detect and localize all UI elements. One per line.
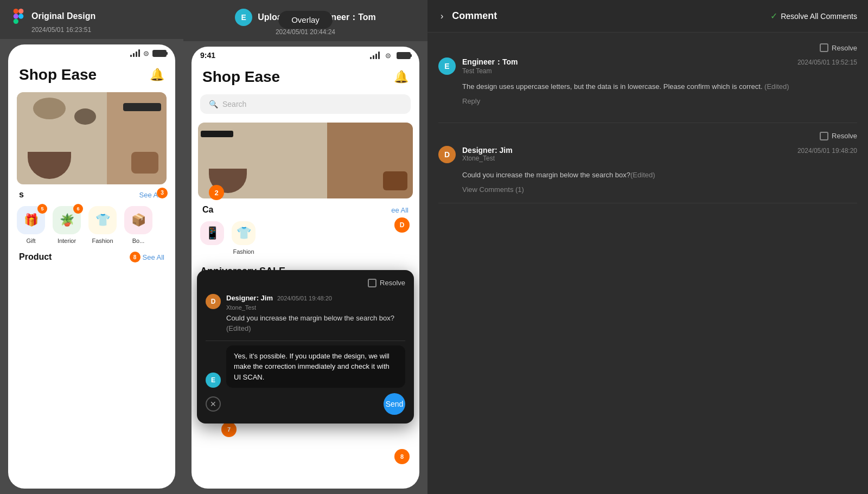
- section-row-product: Product 8 See All: [8, 249, 175, 267]
- middle-category-fashion[interactable]: 👕 Fashion: [232, 221, 256, 255]
- middle-app-header: Shop Ease 🔔: [192, 64, 419, 94]
- svg-point-4: [18, 14, 23, 18]
- comment-edited-2: (Edited): [630, 171, 655, 179]
- category-gift-label: Gift: [26, 238, 35, 244]
- left-phone-mockup: ⊜ Shop Ease 🔔 s: [8, 44, 175, 489]
- annotation-badge-8-middle[interactable]: 8: [394, 449, 410, 464]
- reply-input[interactable]: Yes, it's possible. If you update the de…: [226, 345, 405, 388]
- search-placeholder: Search: [222, 100, 246, 108]
- svg-rect-2: [14, 14, 18, 18]
- category-fashion[interactable]: 👕 Fashion: [88, 206, 117, 244]
- reply-area: E Yes, it's possible. If you update the …: [206, 345, 405, 388]
- category-interior[interactable]: 6 🪴 Interior: [53, 206, 81, 244]
- send-label: Send: [386, 400, 404, 408]
- middle-panel: Overlay E Uploaded by Engineer：Tom 2024/…: [183, 0, 427, 494]
- category-gift[interactable]: 5 🎁 Gift: [17, 206, 45, 244]
- resolve-check[interactable]: Resolve: [368, 279, 405, 287]
- middle-bell-icon: 🔔: [394, 70, 409, 84]
- section-title-product: Product: [19, 252, 52, 262]
- overlay-button[interactable]: Overlay: [278, 11, 333, 29]
- designer-jim-avatar-2: D: [438, 146, 456, 163]
- food-right: [107, 92, 167, 184]
- resolve-label-2: Resolve: [832, 132, 857, 140]
- comment-content-2: Could you increase the margin below the …: [462, 170, 857, 181]
- middle-phone-mockup: 9:41 ⊜ Shop Ease 🔔 🔍 Search: [192, 47, 419, 489]
- search-icon: 🔍: [209, 100, 218, 108]
- designer-jim-comment: D Designer: Jim 2024/05/01 19:48:20 Xton…: [206, 294, 405, 341]
- resolve-checkbox-2[interactable]: [820, 132, 828, 140]
- see-all-badge-product[interactable]: 8 See All: [130, 252, 164, 262]
- comment-content-1: The design uses uppercase letters, but t…: [462, 81, 857, 93]
- left-panel-header: Original Design 2024/05/01 16:23:51: [0, 0, 183, 39]
- comment-author-jim: Designer: Jim: [226, 294, 273, 302]
- popup-actions: ✕ Send: [206, 393, 405, 415]
- signal-icon: [130, 49, 140, 57]
- category-fashion-label: Fashion: [92, 238, 113, 244]
- status-bar: ⊜: [8, 44, 175, 62]
- send-button[interactable]: Send: [384, 393, 405, 415]
- time-display: 9:41: [200, 51, 367, 60]
- comment-meta: Designer: Jim 2024/05/01 19:48:20: [226, 294, 405, 302]
- resolve-all-button[interactable]: ✓ Resolve All Comments: [770, 11, 857, 21]
- middle-panel-date: 2024/05/01 20:44:24: [276, 28, 335, 36]
- comment-org-jim: Xtone_Test: [226, 304, 405, 311]
- resolve-checkbox-1[interactable]: [820, 43, 828, 52]
- badge-6: 6: [73, 204, 83, 214]
- middle-food-right: [327, 123, 413, 198]
- popup-top: Resolve: [206, 279, 405, 287]
- food-banner: [17, 92, 167, 184]
- chevron-button[interactable]: ›: [438, 9, 445, 23]
- comment-name-2: Designer: Jim: [462, 146, 513, 155]
- middle-food-banner: [198, 123, 413, 198]
- comment-team-1: Test Team: [462, 67, 857, 75]
- see-all-product[interactable]: See All: [143, 253, 164, 261]
- divider-2: [438, 203, 857, 203]
- middle-cat-icon-1: 📱: [200, 221, 224, 245]
- figma-icon: [11, 9, 26, 24]
- comment-row-1: E Engineer：Tom 2024/05/01 19:52:15 Test …: [438, 57, 857, 75]
- close-popup-button[interactable]: ✕: [206, 396, 221, 412]
- search-bar[interactable]: 🔍 Search: [200, 94, 411, 114]
- middle-food-sim: [198, 123, 413, 198]
- see-all-ca[interactable]: ee All: [391, 206, 409, 214]
- middle-fashion-icon: 👕: [232, 221, 256, 245]
- right-panel: › Comment ✓ Resolve All Comments Resolve…: [427, 0, 868, 494]
- comment-info-2: Designer: Jim 2024/05/01 19:48:20 Xtone_…: [462, 146, 857, 163]
- check-icon: ✓: [770, 11, 777, 21]
- right-panel-title: Comment: [452, 10, 764, 22]
- annotation-badge-7[interactable]: 7: [221, 422, 237, 437]
- section-row-1: s 3 See All: [8, 184, 175, 204]
- middle-status-bar: 9:41 ⊜: [192, 47, 419, 64]
- svg-rect-3: [14, 19, 18, 24]
- divider-1: [438, 123, 857, 123]
- pan-shape: [123, 103, 161, 111]
- category-interior-label: Interior: [58, 238, 76, 244]
- svg-rect-1: [18, 9, 23, 14]
- badge-3: 3: [157, 188, 168, 198]
- food-image-sim: [17, 92, 167, 184]
- left-panel: Original Design 2024/05/01 16:23:51 ⊜ Sh…: [0, 0, 183, 494]
- comment-popup: Resolve D Designer: Jim 2024/05/01 19:48…: [197, 270, 414, 424]
- see-all-badge-1[interactable]: 3 See All: [139, 191, 164, 199]
- badge-5: 5: [37, 204, 47, 214]
- badge-8: 8: [130, 252, 141, 262]
- comment-timestamp-1: 2024/05/01 19:52:15: [797, 59, 857, 66]
- comment-card-top-2: Resolve: [438, 132, 857, 140]
- annotation-badge-2[interactable]: 2: [209, 185, 224, 200]
- resolve-checkbox[interactable]: [368, 279, 376, 287]
- middle-category-1[interactable]: 📱: [200, 221, 224, 255]
- comments-list: Resolve E Engineer：Tom 2024/05/01 19:52:…: [427, 33, 868, 494]
- resolve-button-2[interactable]: Resolve: [820, 132, 857, 140]
- comment-text-jim: Could you increase the margin below the …: [226, 314, 394, 333]
- comment-timestamp-2: 2024/05/01 19:48:20: [797, 147, 857, 155]
- bo-icon-box: 📦: [124, 206, 152, 234]
- resolve-button-1[interactable]: Resolve: [820, 43, 857, 52]
- category-bo[interactable]: 📦 Bo...: [124, 206, 152, 244]
- designer-jim-avatar: D: [206, 294, 221, 309]
- comment-card-1: Resolve E Engineer：Tom 2024/05/01 19:52:…: [438, 43, 857, 114]
- annotation-badge-d[interactable]: D: [394, 217, 410, 233]
- battery-icon: [152, 50, 167, 57]
- view-comments-button[interactable]: View Comments (1): [462, 185, 524, 194]
- comment-info-1: Engineer：Tom 2024/05/01 19:52:15 Test Te…: [462, 57, 857, 75]
- reply-button-1[interactable]: Reply: [462, 97, 480, 105]
